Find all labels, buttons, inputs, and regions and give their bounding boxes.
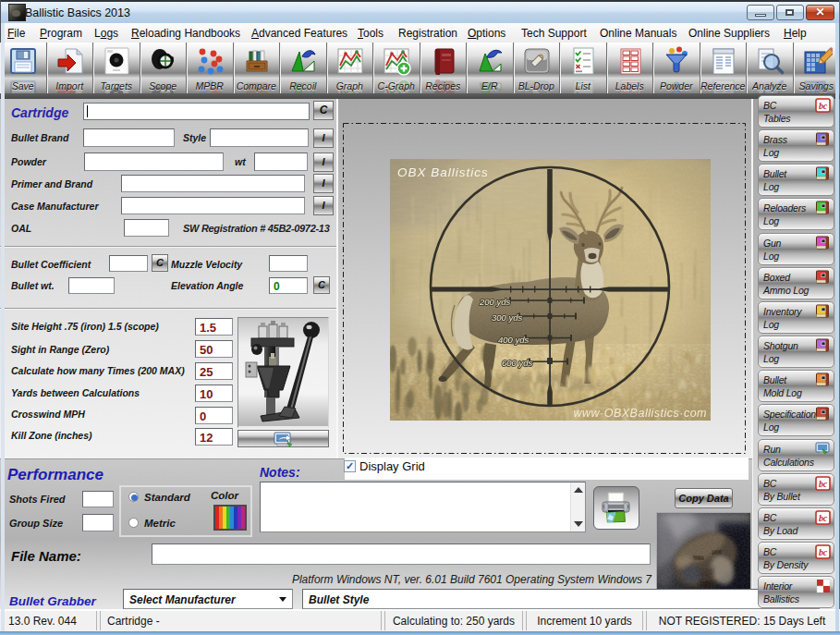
- svg-text:bc: bc: [819, 512, 828, 522]
- svg-text:400 yds: 400 yds: [498, 335, 530, 345]
- svg-text:300 yds: 300 yds: [492, 312, 523, 323]
- svg-text:bc: bc: [819, 101, 828, 111]
- svg-text:bc: bc: [819, 547, 828, 557]
- svg-text:200 yds: 200 yds: [479, 297, 511, 307]
- svg-text:bc: bc: [819, 478, 828, 488]
- svg-text:600 yds: 600 yds: [502, 358, 533, 368]
- svg-text:OBX Ballistics: OBX Ballistics: [397, 165, 489, 179]
- svg-text:www·OBXBallistics·com: www·OBXBallistics·com: [573, 407, 707, 420]
